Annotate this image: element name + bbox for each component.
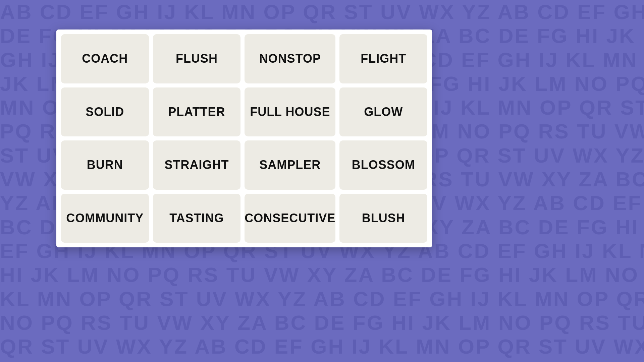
card-sampler[interactable]: SAMPLER [245,140,335,190]
card-label-full-house: FULL HOUSE [250,105,330,119]
card-label-platter: PLATTER [168,105,225,119]
card-flush[interactable]: FLUSH [153,34,241,83]
card-label-blossom: BLOSSOM [352,158,415,172]
card-label-flight: FLIGHT [361,52,406,66]
card-label-tasting: TASTING [169,211,224,225]
card-consecutive[interactable]: CONSECUTIVE [245,194,335,243]
card-label-flush: FLUSH [176,52,218,66]
card-flight[interactable]: FLIGHT [339,34,427,83]
card-full-house[interactable]: FULL HOUSE [245,87,335,137]
card-community[interactable]: COMMUNITY [61,194,149,243]
card-label-blush: BLUSH [362,211,405,225]
card-burn[interactable]: BURN [61,140,149,190]
card-nonstop[interactable]: NONSTOP [245,34,335,83]
card-label-sampler: SAMPLER [259,158,321,172]
card-blossom[interactable]: BLOSSOM [339,140,427,190]
card-label-community: COMMUNITY [66,211,144,225]
word-grid: COACHFLUSHNONSTOPFLIGHTSOLIDPLATTERFULL … [56,29,432,247]
card-straight[interactable]: STRAIGHT [153,140,241,190]
card-tasting[interactable]: TASTING [153,194,241,243]
card-coach[interactable]: COACH [61,34,149,83]
card-label-straight: STRAIGHT [164,158,229,172]
card-label-consecutive: CONSECUTIVE [245,211,335,225]
card-glow[interactable]: GLOW [339,87,427,137]
card-label-glow: GLOW [364,105,403,119]
card-blush[interactable]: BLUSH [339,194,427,243]
card-solid[interactable]: SOLID [61,87,149,137]
card-label-solid: SOLID [86,105,124,119]
card-platter[interactable]: PLATTER [153,87,241,137]
card-label-nonstop: NONSTOP [259,52,321,66]
card-label-coach: COACH [82,52,128,66]
card-label-burn: BURN [87,158,123,172]
